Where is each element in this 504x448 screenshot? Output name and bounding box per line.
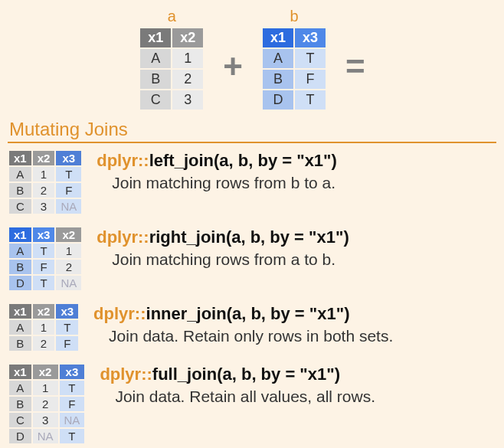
cell: C bbox=[9, 199, 31, 214]
cell: T bbox=[56, 320, 78, 335]
result-table-inner: x1x2x3A1TB2F bbox=[8, 302, 80, 352]
table-row: B2F bbox=[9, 336, 78, 351]
result-table: x1x2x3A1TB2F bbox=[8, 302, 80, 352]
cell: NA bbox=[60, 413, 85, 427]
cell: F bbox=[56, 183, 81, 198]
cell: 1 bbox=[33, 320, 55, 335]
table-row: A1T bbox=[9, 167, 81, 181]
table-row: AT1 bbox=[9, 244, 81, 258]
cell: T bbox=[295, 49, 326, 68]
cell: 1 bbox=[33, 167, 55, 181]
cell: F bbox=[295, 70, 326, 89]
cell: B bbox=[9, 260, 31, 274]
cell: 3 bbox=[33, 199, 55, 214]
table-row: B2 bbox=[140, 70, 203, 89]
function-signature: dplyr::inner_join(a, b, by = "x1") bbox=[93, 304, 393, 324]
join-text: dplyr::full_join(a, b, by = "x1")Join da… bbox=[100, 363, 375, 406]
join-text: dplyr::right_join(a, b, by = "x1")Join m… bbox=[97, 226, 349, 269]
cell: B bbox=[9, 336, 31, 351]
join-text: dplyr::left_join(a, b, by = "x1")Join ma… bbox=[97, 149, 337, 192]
cell: T bbox=[60, 429, 85, 443]
package-prefix: dplyr:: bbox=[93, 304, 146, 323]
function-signature: dplyr::left_join(a, b, by = "x1") bbox=[97, 151, 337, 171]
function-description: Join matching rows from b to a. bbox=[97, 174, 337, 192]
col-header: x2 bbox=[33, 151, 55, 165]
cell: 1 bbox=[56, 244, 81, 258]
label-a: a bbox=[168, 8, 176, 25]
cell: D bbox=[9, 276, 31, 290]
table-row: BF2 bbox=[9, 260, 81, 274]
col-header: x2 bbox=[33, 304, 55, 319]
section-title: Mutating Joins bbox=[9, 119, 496, 140]
function-description: Join data. Retain all values, all rows. bbox=[100, 388, 375, 406]
cell: C bbox=[9, 413, 31, 427]
cell: 1 bbox=[172, 49, 203, 68]
join-left: x1x2x3A1TB2FC3NAdplyr::left_join(a, b, b… bbox=[8, 149, 496, 215]
table-b: x1x3ATBFDT bbox=[261, 27, 327, 111]
function-signature: dplyr::full_join(a, b, by = "x1") bbox=[100, 365, 375, 384]
cell: A bbox=[140, 49, 171, 68]
cell: B bbox=[140, 70, 171, 89]
cell: T bbox=[60, 381, 85, 395]
function-description: Join data. Retain only rows in both sets… bbox=[93, 327, 393, 345]
cell: A bbox=[9, 244, 31, 258]
function-call: inner_join(a, b, by = "x1") bbox=[146, 304, 350, 323]
col-header: x3 bbox=[56, 151, 81, 165]
function-signature: dplyr::right_join(a, b, by = "x1") bbox=[97, 227, 349, 247]
cell: 2 bbox=[33, 397, 58, 411]
table-row: DNAT bbox=[9, 429, 84, 443]
col-header: x2 bbox=[33, 365, 58, 379]
table-row: C3 bbox=[140, 90, 203, 110]
package-prefix: dplyr:: bbox=[97, 151, 149, 170]
cell: C bbox=[140, 90, 171, 110]
function-description: Join matching rows from a to b. bbox=[97, 250, 349, 269]
cell: F bbox=[33, 260, 55, 274]
result-table-full: x1x2x3A1TB2FC3NADNAT bbox=[8, 363, 86, 445]
result-table: x1x3x2AT1BF2DTNA bbox=[8, 226, 83, 292]
table-a: x1x2A1B2C3 bbox=[139, 27, 205, 111]
col-header: x3 bbox=[56, 304, 78, 319]
col-header: x3 bbox=[295, 28, 326, 47]
cell: B bbox=[263, 70, 293, 89]
result-table-right: x1x3x2AT1BF2DTNA bbox=[8, 226, 83, 292]
cell: F bbox=[60, 397, 85, 411]
col-header: x2 bbox=[56, 227, 81, 242]
cell: 2 bbox=[172, 70, 203, 89]
function-call: left_join(a, b, by = "x1") bbox=[149, 151, 337, 170]
cell: T bbox=[33, 276, 55, 290]
col-header: x3 bbox=[60, 365, 85, 379]
col-header: x2 bbox=[172, 28, 203, 47]
table-row: A1T bbox=[9, 320, 78, 335]
result-table: x1x2x3A1TB2FC3NADNAT bbox=[8, 363, 86, 445]
table-row: BF bbox=[263, 70, 326, 89]
join-text: dplyr::inner_join(a, b, by = "x1")Join d… bbox=[93, 302, 393, 345]
join-inner: x1x2x3A1TB2Fdplyr::inner_join(a, b, by =… bbox=[8, 302, 496, 352]
joins-list: x1x2x3A1TB2FC3NAdplyr::left_join(a, b, b… bbox=[8, 149, 496, 445]
cell: 2 bbox=[33, 183, 55, 198]
table-b-column: b x1x3ATBFDT bbox=[261, 8, 327, 111]
table-row: B2F bbox=[9, 397, 84, 411]
section-divider bbox=[8, 142, 496, 143]
cell: NA bbox=[33, 429, 58, 443]
cell: A bbox=[9, 167, 31, 181]
cell: A bbox=[9, 320, 31, 335]
table-row: DT bbox=[263, 90, 326, 110]
join-full: x1x2x3A1TB2FC3NADNATdplyr::full_join(a, … bbox=[8, 363, 496, 445]
cell: F bbox=[56, 336, 78, 351]
cell: A bbox=[9, 381, 31, 395]
table-row: DTNA bbox=[9, 276, 81, 290]
cell: 3 bbox=[172, 90, 203, 110]
cell: D bbox=[263, 90, 293, 110]
result-table-left: x1x2x3A1TB2FC3NA bbox=[8, 149, 83, 215]
label-b: b bbox=[290, 8, 298, 25]
package-prefix: dplyr:: bbox=[100, 365, 152, 384]
function-call: full_join(a, b, by = "x1") bbox=[152, 365, 340, 384]
cell: B bbox=[9, 183, 31, 198]
col-header: x3 bbox=[33, 227, 55, 242]
function-call: right_join(a, b, by = "x1") bbox=[149, 227, 349, 247]
cheatsheet-section: a x1x2A1B2C3 + b x1x3ATBFDT = Mutating J… bbox=[0, 0, 504, 448]
cell: B bbox=[9, 397, 31, 411]
col-header: x1 bbox=[9, 227, 31, 242]
cell: NA bbox=[56, 276, 81, 290]
table-row: A1T bbox=[9, 381, 84, 395]
